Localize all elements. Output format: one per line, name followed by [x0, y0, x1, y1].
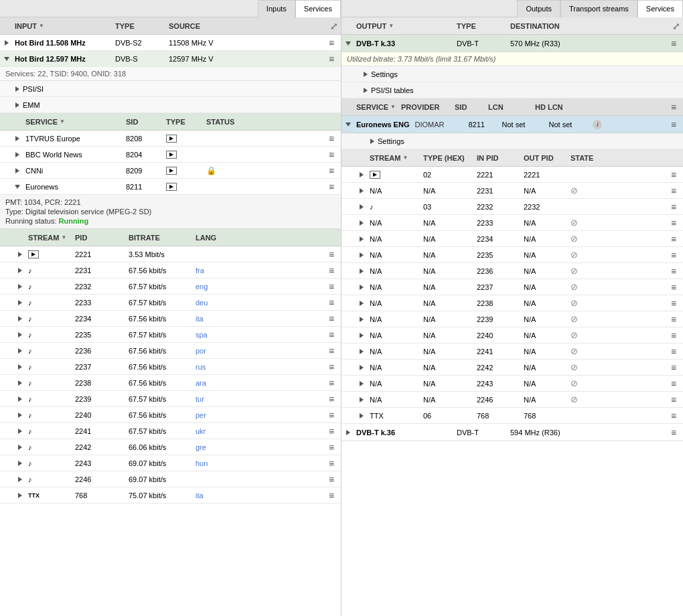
r-stream-row-2239[interactable]: N/A N/A 2239 N/A ⊘ ≡ [342, 311, 683, 327]
r-stream-row-2238[interactable]: N/A N/A 2238 N/A ⊘ ≡ [342, 295, 683, 311]
menu-stream-2235-icon[interactable]: ≡ [325, 328, 338, 341]
expand-stream-2238-icon[interactable] [16, 378, 25, 388]
expand-euronews-icon[interactable] [13, 182, 23, 191]
expand-r-stream-2221-icon[interactable] [358, 170, 367, 179]
expand-stream-2237-icon[interactable] [16, 362, 25, 372]
expand-r-stream-2232-icon[interactable] [358, 202, 367, 212]
expand-stream-2241-icon[interactable] [16, 427, 25, 436]
r-stream-row-2232[interactable]: ♪ 03 2232 2232 ≡ [342, 199, 683, 215]
menu-r-stream-2240-icon[interactable]: ≡ [667, 329, 680, 342]
r-stream-row-2246[interactable]: N/A N/A 2246 N/A ⊘ ≡ [342, 392, 683, 408]
menu-r-stream-768-icon[interactable]: ≡ [667, 409, 680, 422]
service-row-bbc[interactable]: BBC World News 8204 ▶ ≡ [0, 147, 341, 163]
expand-r-euronews-settings-icon[interactable] [368, 137, 378, 146]
r-stream-row-2231[interactable]: N/A N/A 2231 N/A ⊘ ≡ [342, 183, 683, 199]
menu-r-stream-2246-icon[interactable]: ≡ [667, 393, 680, 406]
tab-outputs[interactable]: Outputs [517, 0, 560, 17]
stream-row-2238[interactable]: ♪ 2238 67.56 kbit/s ara ≡ [0, 375, 341, 391]
sub-row-emm[interactable]: EMM [0, 97, 341, 113]
r-stream-row-2241[interactable]: N/A N/A 2241 N/A ⊘ ≡ [342, 343, 683, 360]
expand-r-stream-2234-icon[interactable] [358, 234, 367, 244]
menu-stream-2239-icon[interactable]: ≡ [325, 392, 338, 406]
tab-inputs[interactable]: Inputs [258, 0, 295, 17]
menu-hotbird-12597-icon[interactable]: ≡ [325, 52, 338, 66]
menu-r-stream-2221-icon[interactable]: ≡ [667, 168, 680, 181]
menu-r-stream-2231-icon[interactable]: ≡ [667, 184, 680, 198]
expand-r-stream-768-icon[interactable] [358, 411, 367, 420]
menu-r-stream-2234-icon[interactable]: ≡ [667, 232, 680, 246]
expand-settings-icon[interactable] [362, 70, 371, 79]
expand-stream-2243-icon[interactable] [16, 459, 25, 468]
service-row-euronews[interactable]: Euronews 8211 ▶ ≡ [0, 179, 341, 195]
expand-stream-2239-icon[interactable] [16, 394, 25, 404]
r-th-service[interactable]: SERVICE ▼ [354, 103, 398, 111]
expand-r-stream-2233-icon[interactable] [358, 218, 367, 228]
th-output[interactable]: OUTPUT ▼ [354, 22, 454, 30]
expand-bbc-icon[interactable] [13, 150, 23, 159]
r-stream-row-2221[interactable]: ▶ 02 2221 2221 ≡ [342, 167, 683, 183]
expand-stream-2234-icon[interactable] [16, 314, 25, 323]
menu-r-stream-2239-icon[interactable]: ≡ [667, 313, 680, 326]
menu-r-stream-2232-icon[interactable]: ≡ [667, 200, 680, 214]
resize-left-icon[interactable]: ⤢ [330, 21, 338, 31]
th-service[interactable]: SERVICE ▼ [23, 118, 123, 126]
input-row-hotbird-12597[interactable]: Hot Bird 12.597 MHz DVB-S 12597 MHz V ≡ [0, 51, 341, 67]
stream-row-2241[interactable]: ♪ 2241 67.57 kbit/s ukr ≡ [0, 423, 341, 439]
menu-stream-2242-icon[interactable]: ≡ [325, 441, 338, 454]
r-euronews-settings-row[interactable]: Settings [342, 133, 683, 149]
expand-stream-2221-icon[interactable] [16, 250, 25, 259]
expand-emm-icon[interactable] [13, 100, 23, 110]
menu-stream-2232-icon[interactable]: ≡ [325, 280, 338, 293]
expand-hotbird-11508-icon[interactable] [3, 38, 12, 48]
menu-dvbt-k36-icon[interactable]: ≡ [667, 426, 680, 439]
expand-stream-2232-icon[interactable] [16, 282, 25, 291]
stream-row-2232[interactable]: ♪ 2232 67.57 kbit/s eng ≡ [0, 279, 341, 295]
stream-row-2234[interactable]: ♪ 2234 67.56 kbit/s ita ≡ [0, 311, 341, 327]
r-service-row-euronews[interactable]: Euronews ENG DIOMAR 8211 Not set Not set… [342, 116, 683, 133]
menu-r-stream-2242-icon[interactable]: ≡ [667, 361, 680, 374]
menu-r-euronews-icon[interactable]: ≡ [667, 118, 680, 131]
menu-stream-2246-icon[interactable]: ≡ [325, 473, 338, 486]
expand-dvbt-k36-icon[interactable] [344, 428, 354, 437]
menu-bbc-icon[interactable]: ≡ [325, 148, 338, 161]
menu-dvbt-k33-icon[interactable]: ≡ [667, 37, 680, 50]
menu-stream-2234-icon[interactable]: ≡ [325, 312, 338, 325]
r-stream-row-768[interactable]: TTX 06 768 768 ≡ [342, 408, 683, 424]
menu-r-stream-2238-icon[interactable]: ≡ [667, 297, 680, 310]
r-stream-row-2236[interactable]: N/A N/A 2236 N/A ⊘ ≡ [342, 263, 683, 279]
expand-r-stream-2236-icon[interactable] [358, 266, 367, 276]
stream-row-2233[interactable]: ♪ 2233 67.57 kbit/s deu ≡ [0, 295, 341, 311]
menu-r-stream-2243-icon[interactable]: ≡ [667, 377, 680, 390]
menu-stream-2237-icon[interactable]: ≡ [325, 360, 338, 374]
info-euronews-icon[interactable]: i [593, 120, 602, 129]
expand-r-stream-2237-icon[interactable] [358, 283, 367, 292]
resize-right-icon[interactable]: ⤢ [672, 21, 680, 31]
expand-r-stream-2235-icon[interactable] [358, 250, 367, 260]
expand-1tvrus-icon[interactable] [13, 134, 23, 143]
expand-stream-2246-icon[interactable] [16, 475, 25, 484]
expand-psi-icon[interactable] [13, 84, 23, 94]
r-stream-row-2243[interactable]: N/A N/A 2243 N/A ⊘ ≡ [342, 376, 683, 392]
menu-stream-2221-icon[interactable]: ≡ [325, 248, 338, 261]
expand-r-stream-2240-icon[interactable] [358, 331, 367, 340]
expand-r-stream-2242-icon[interactable] [358, 363, 367, 372]
expand-hotbird-12597-icon[interactable] [3, 54, 12, 64]
menu-stream-2240-icon[interactable]: ≡ [325, 408, 338, 422]
menu-stream-2241-icon[interactable]: ≡ [325, 425, 338, 438]
tab-services-left[interactable]: Services [295, 0, 341, 17]
expand-stream-2231-icon[interactable] [16, 266, 25, 275]
th-input[interactable]: INPUT ▼ [12, 22, 112, 30]
psi-si-tables-row[interactable]: PSI/SI tables [342, 82, 683, 98]
expand-stream-2236-icon[interactable] [16, 346, 25, 356]
r-stream-row-2234[interactable]: N/A N/A 2234 N/A ⊘ ≡ [342, 231, 683, 247]
sub-row-psi-si[interactable]: PSI/SI [0, 81, 341, 97]
settings-row[interactable]: Settings [342, 66, 683, 82]
stream-row-2235[interactable]: ♪ 2235 67.57 kbit/s spa ≡ [0, 327, 341, 343]
th-stream[interactable]: STREAM ▼ [25, 234, 72, 242]
expand-r-stream-2241-icon[interactable] [358, 347, 367, 356]
expand-r-stream-2239-icon[interactable] [358, 315, 367, 324]
menu-r-stream-2236-icon[interactable]: ≡ [667, 264, 680, 278]
expand-r-stream-2231-icon[interactable] [358, 186, 367, 196]
tab-services-right[interactable]: Services [637, 0, 683, 17]
menu-r-stream-2237-icon[interactable]: ≡ [667, 281, 680, 294]
